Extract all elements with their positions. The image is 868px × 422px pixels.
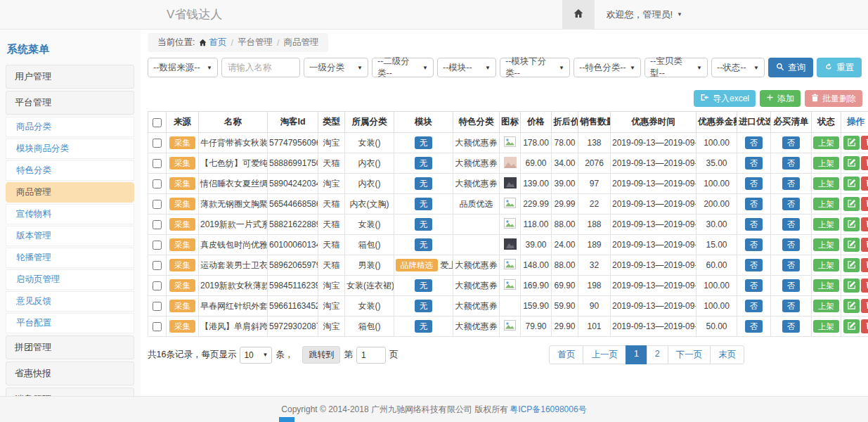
must-buy-toggle[interactable]: 否 bbox=[782, 157, 801, 170]
page-number-input[interactable] bbox=[356, 347, 386, 364]
row-checkbox[interactable] bbox=[153, 139, 162, 148]
row-checkbox[interactable] bbox=[153, 261, 162, 270]
sidebar-item-2[interactable]: 商品分类 bbox=[6, 117, 134, 137]
status-badge[interactable]: 上架 bbox=[813, 279, 839, 292]
delete-button[interactable] bbox=[861, 279, 868, 293]
page-button-上一页[interactable]: 上一页 bbox=[583, 345, 626, 364]
row-checkbox[interactable] bbox=[153, 302, 162, 311]
page-button-末页[interactable]: 末页 bbox=[710, 345, 744, 364]
page-button-首页[interactable]: 首页 bbox=[549, 345, 583, 364]
import-optional-toggle[interactable]: 否 bbox=[745, 320, 763, 333]
search-button[interactable]: 查询 bbox=[768, 58, 813, 77]
delete-button[interactable] bbox=[861, 136, 868, 150]
import-optional-toggle[interactable]: 否 bbox=[745, 157, 763, 170]
sidebar-item-3[interactable]: 模块商品分类 bbox=[6, 139, 134, 159]
import-optional-toggle[interactable]: 否 bbox=[745, 198, 763, 210]
sidebar-item-7[interactable]: 版本管理 bbox=[6, 226, 134, 246]
status-badge[interactable]: 上架 bbox=[813, 259, 839, 271]
delete-button[interactable] bbox=[861, 258, 868, 272]
edit-button[interactable] bbox=[843, 156, 860, 170]
delete-button[interactable] bbox=[861, 299, 868, 313]
page-button-1[interactable]: 1 bbox=[626, 345, 647, 364]
batch-delete-button[interactable]: 批量删除 bbox=[805, 90, 862, 107]
status-badge[interactable]: 上架 bbox=[813, 157, 839, 170]
edit-button[interactable] bbox=[843, 258, 860, 272]
must-buy-toggle[interactable]: 否 bbox=[782, 177, 801, 190]
status-badge[interactable]: 上架 bbox=[813, 238, 839, 251]
status-badge[interactable]: 上架 bbox=[813, 320, 839, 333]
status-badge[interactable]: 上架 bbox=[813, 218, 839, 231]
sidebar-item-9[interactable]: 启动页管理 bbox=[6, 269, 134, 290]
delete-button[interactable] bbox=[861, 197, 868, 211]
status-badge[interactable]: 上架 bbox=[813, 300, 839, 312]
import-optional-toggle[interactable]: 否 bbox=[745, 177, 763, 190]
edit-button[interactable] bbox=[843, 238, 860, 252]
import-optional-toggle[interactable]: 否 bbox=[745, 238, 763, 251]
filter-select-2[interactable]: --二级分类--▼ bbox=[372, 58, 434, 77]
must-buy-toggle[interactable]: 否 bbox=[782, 136, 801, 149]
user-menu[interactable]: 欢迎您，管理员! ▼ bbox=[595, 8, 694, 21]
must-buy-toggle[interactable]: 否 bbox=[782, 218, 801, 231]
edit-button[interactable] bbox=[843, 177, 860, 191]
per-page-select[interactable]: 10 ▼ bbox=[240, 347, 272, 364]
reset-button[interactable]: 重置 bbox=[817, 58, 862, 77]
filter-select-3[interactable]: --模块--▼ bbox=[437, 58, 496, 77]
filter-select-7[interactable]: --状态--▼ bbox=[711, 58, 765, 77]
sidebar-item-5[interactable]: 商品管理 bbox=[6, 182, 134, 203]
row-checkbox[interactable] bbox=[153, 220, 162, 229]
must-buy-toggle[interactable]: 否 bbox=[782, 238, 801, 251]
icp-link[interactable]: 粤ICP备16098006号 bbox=[510, 404, 586, 416]
must-buy-toggle[interactable]: 否 bbox=[782, 300, 801, 312]
row-checkbox[interactable] bbox=[153, 322, 162, 331]
delete-button[interactable] bbox=[861, 177, 868, 191]
row-checkbox[interactable] bbox=[153, 200, 162, 209]
edit-button[interactable] bbox=[843, 197, 860, 211]
status-badge[interactable]: 上架 bbox=[813, 198, 839, 210]
must-buy-toggle[interactable]: 否 bbox=[782, 279, 801, 292]
home-button[interactable] bbox=[562, 0, 595, 29]
sidebar-item-13[interactable]: 省惠快报 bbox=[6, 362, 134, 385]
edit-button[interactable] bbox=[843, 279, 860, 293]
filter-select-1[interactable]: 一级分类▼ bbox=[304, 58, 368, 77]
row-checkbox[interactable] bbox=[153, 281, 162, 290]
must-buy-toggle[interactable]: 否 bbox=[782, 259, 801, 271]
sidebar-item-10[interactable]: 意见反馈 bbox=[6, 291, 134, 312]
filter-select-5[interactable]: --特色分类--▼ bbox=[574, 58, 641, 77]
must-buy-toggle[interactable]: 否 bbox=[782, 320, 801, 333]
delete-button[interactable] bbox=[861, 238, 868, 252]
row-checkbox[interactable] bbox=[153, 159, 162, 168]
sidebar-item-14[interactable]: 消息管理 bbox=[6, 388, 134, 396]
delete-button[interactable] bbox=[861, 217, 868, 231]
import-optional-toggle[interactable]: 否 bbox=[745, 218, 763, 231]
edit-button[interactable] bbox=[843, 319, 860, 333]
jump-button[interactable]: 跳转到 bbox=[302, 346, 340, 364]
row-checkbox[interactable] bbox=[153, 241, 162, 250]
page-button-2[interactable]: 2 bbox=[647, 345, 668, 364]
breadcrumb-home-link[interactable]: 首页 bbox=[199, 37, 226, 49]
status-badge[interactable]: 上架 bbox=[813, 136, 839, 149]
add-button[interactable]: 添加 bbox=[760, 90, 801, 107]
row-checkbox[interactable] bbox=[153, 179, 162, 188]
import-excel-button[interactable]: 导入excel bbox=[694, 90, 756, 107]
sidebar-item-12[interactable]: 拼团管理 bbox=[6, 335, 134, 359]
sidebar-item-11[interactable]: 平台配置 bbox=[6, 313, 134, 333]
import-optional-toggle[interactable]: 否 bbox=[745, 136, 763, 149]
page-button-下一页[interactable]: 下一页 bbox=[668, 345, 711, 364]
edit-button[interactable] bbox=[843, 217, 860, 231]
edit-button[interactable] bbox=[843, 299, 860, 313]
import-optional-toggle[interactable]: 否 bbox=[745, 279, 763, 292]
must-buy-toggle[interactable]: 否 bbox=[782, 198, 801, 210]
sidebar-item-6[interactable]: 宣传物料 bbox=[6, 204, 134, 224]
edit-button[interactable] bbox=[843, 136, 860, 150]
import-optional-toggle[interactable]: 否 bbox=[745, 259, 763, 271]
filter-select-6[interactable]: --宝贝类型--▼ bbox=[644, 58, 708, 77]
sidebar-item-1[interactable]: 平台管理 bbox=[6, 91, 134, 115]
filter-select-0[interactable]: --数据来源--▼ bbox=[148, 58, 218, 77]
filter-select-4[interactable]: --模块下分类--▼ bbox=[500, 58, 570, 77]
sidebar-item-8[interactable]: 轮播管理 bbox=[6, 248, 134, 268]
delete-button[interactable] bbox=[861, 319, 868, 333]
sidebar-item-4[interactable]: 特色分类 bbox=[6, 160, 134, 181]
delete-button[interactable] bbox=[861, 156, 868, 170]
sidebar-item-0[interactable]: 用户管理 bbox=[6, 65, 134, 89]
name-search-input[interactable] bbox=[221, 58, 300, 77]
